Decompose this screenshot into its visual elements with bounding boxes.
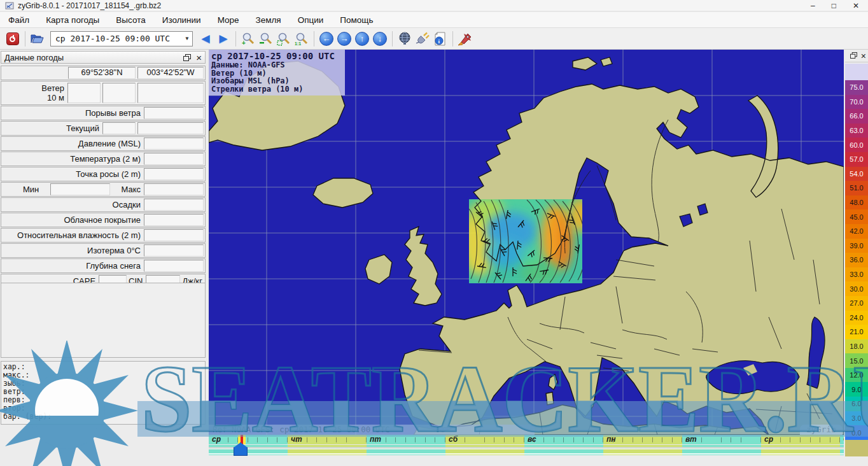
close-scale-button[interactable]: × — [861, 51, 866, 61]
menu-item[interactable]: Карта погоды — [38, 13, 108, 27]
scale-band-value: 57.0 — [850, 155, 863, 163]
scale-band-value: 51.0 — [850, 184, 863, 192]
timeline-day[interactable]: вт — [682, 435, 761, 444]
menu-item[interactable]: Изолинии — [154, 13, 209, 27]
scale-band: 70.0 — [845, 95, 868, 109]
min-label: Мин — [23, 185, 40, 194]
color-scale-header: × — [845, 50, 868, 62]
wind-speed-value — [102, 83, 136, 103]
gusts-row: Порывы ветра — [1, 106, 206, 120]
zoom-actual-button[interactable]: 1:1 — [293, 30, 311, 48]
precipitation-value — [144, 199, 204, 211]
zoom-in-button[interactable]: + — [239, 30, 257, 48]
scale-band-value: 0.0 — [851, 429, 861, 437]
scale-band: 63.0 — [845, 124, 868, 138]
scale-band: 57.0 — [845, 152, 868, 167]
menu-item[interactable]: Файл — [0, 13, 38, 27]
wave-label: перв: — [3, 396, 203, 404]
info-layer-isobars: Изобары MSL (hPa) — [211, 77, 341, 85]
max-value — [144, 183, 204, 195]
map-info-box: ср 2017-10-25 09:00 UTC Данные: NOAA-GFS… — [209, 50, 345, 95]
scale-band-value: 54.0 — [850, 170, 863, 178]
isotherm-value — [144, 244, 204, 257]
slider-baseline — [209, 453, 844, 455]
scale-band: 75.0 — [845, 80, 868, 95]
close-button[interactable]: ✕ — [853, 1, 859, 11]
power-button[interactable] — [4, 30, 22, 48]
meteotable-button[interactable] — [456, 30, 474, 48]
cloud-value — [144, 214, 204, 226]
timeline-day[interactable]: чт — [288, 435, 367, 444]
temperature-label: Температура (2 м) — [70, 154, 142, 164]
menu-item[interactable]: Море — [209, 13, 248, 27]
prev-timestep-icon: ◀ — [201, 32, 209, 45]
timeline-ruler[interactable]: ср чт пт сб вс пн вт — [209, 435, 844, 444]
pan-left-button[interactable]: ← — [319, 32, 333, 46]
isotherm-row: Изотерма 0°C — [1, 243, 206, 258]
menu-item[interactable]: Земля — [248, 13, 290, 27]
map-canvas[interactable]: ср 2017-10-25 09:00 UTC Данные: NOAA-GFS… — [209, 50, 844, 435]
power-icon — [6, 32, 19, 45]
close-panel-button[interactable]: × — [196, 52, 202, 63]
menu-item[interactable]: Опции — [290, 13, 332, 27]
menu-item[interactable]: Помощь — [332, 13, 381, 27]
scale-band-value: 39.0 — [850, 242, 863, 250]
pan-up-button[interactable]: ↑ — [355, 32, 369, 46]
cloud-label: Облачное покрытие — [64, 215, 142, 225]
gusts-value — [144, 107, 204, 119]
timeline-day[interactable]: сб — [445, 435, 524, 444]
grib-info-button[interactable]: i — [431, 30, 449, 48]
next-timestep-icon: ▶ — [219, 32, 227, 45]
zoom-region-button[interactable] — [275, 30, 293, 48]
pan-down-button[interactable]: ↓ — [373, 32, 387, 46]
maximize-button[interactable]: □ — [832, 1, 836, 11]
pressure-row: Давление (MSL) — [1, 136, 206, 151]
next-timestep-button[interactable]: ▶ — [214, 30, 232, 48]
timeline-day[interactable]: вс — [524, 435, 603, 444]
zoom-out-button[interactable] — [257, 30, 275, 48]
scale-band-value: 6.0 — [851, 400, 861, 407]
current-time-marker — [238, 435, 246, 444]
timeline-day-label: ср — [764, 435, 773, 444]
scale-band-value: 66.0 — [850, 112, 863, 120]
open-file-button[interactable] — [29, 30, 46, 48]
download-grib-button[interactable] — [396, 30, 414, 48]
timeline-day-label: чт — [291, 435, 302, 444]
longitude-value: 003°42'52"W — [137, 67, 204, 79]
datetime-select[interactable]: ср 2017-10-25 09:00 UTC ▼ — [50, 31, 193, 46]
temperature-value — [144, 153, 204, 165]
minimize-button[interactable]: – — [811, 1, 815, 11]
wind-direction-value — [67, 83, 101, 103]
timeline-day-label: ч — [843, 435, 844, 444]
scale-band: 21.0 — [845, 325, 868, 339]
scale-band: 33.0 — [845, 267, 868, 282]
float-scale-button[interactable] — [850, 52, 857, 60]
info-source: Данные: NOAA-GFS — [211, 61, 341, 69]
scale-band: 66.0 — [845, 109, 868, 124]
timeline[interactable]: ср чт пт сб вс пн вт — [209, 435, 844, 455]
timeline-day[interactable]: пн — [603, 435, 682, 444]
timeline-day[interactable]: пт — [367, 435, 445, 444]
pan-right-button[interactable]: → — [337, 32, 351, 46]
timeline-day-label: вт — [685, 435, 697, 444]
title-bar: zyGrib-8.0.1 - 20171017_181154_.grb.bz2 … — [0, 0, 868, 11]
info-file-icon: i — [433, 32, 447, 46]
timeline-day[interactable]: ср — [761, 435, 840, 444]
connection-button[interactable] — [414, 30, 431, 48]
snow-depth-row: Глубина снега — [1, 258, 206, 273]
prev-timestep-button[interactable]: ◀ — [197, 30, 214, 48]
scale-band: 60.0 — [845, 138, 868, 152]
scale-band-value: 75.0 — [850, 83, 863, 91]
scale-band-value: 33.0 — [850, 271, 863, 278]
timeline-day[interactable]: ч — [840, 435, 844, 444]
float-panel-button[interactable] — [183, 54, 191, 61]
pressure-label: Давление (MSL) — [78, 139, 142, 148]
info-layer-arrows: Стрелки ветра (10 м) — [211, 85, 341, 94]
timeline-day[interactable]: ср — [209, 435, 288, 444]
timeline-day-label: пн — [606, 435, 616, 444]
min-value — [50, 183, 110, 195]
scale-band-value: 27.0 — [850, 299, 863, 307]
window-title: zyGrib-8.0.1 - 20171017_181154_.grb.bz2 — [18, 1, 811, 10]
menu-item[interactable]: Высота — [108, 13, 153, 27]
timeline-day-label: сб — [449, 435, 458, 444]
